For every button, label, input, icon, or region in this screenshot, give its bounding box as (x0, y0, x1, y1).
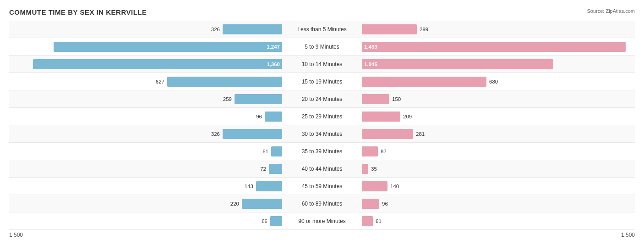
male-value: 627 (156, 79, 164, 84)
bar-left-container: 1,360 (9, 59, 284, 69)
female-value-inside: 1,045 (362, 61, 377, 67)
female-value: 35 (371, 166, 377, 172)
row-label: 40 to 44 Minutes (284, 166, 360, 172)
female-value: 96 (382, 201, 388, 207)
male-bar: 1,360 (33, 59, 282, 69)
bar-right-container: 150 (360, 94, 635, 104)
table-row: 25920 to 24 Minutes150 (9, 90, 635, 108)
female-bar (362, 181, 387, 191)
male-bar (223, 129, 282, 139)
female-bar (362, 24, 417, 34)
table-row: 6135 to 39 Minutes87 (9, 143, 635, 160)
female-bar (362, 112, 400, 122)
bar-left-container: 627 (9, 77, 284, 87)
male-value-inside: 1,247 (267, 44, 282, 50)
female-value-inside: 1,439 (362, 44, 377, 50)
female-bar (362, 77, 486, 87)
female-bar: 1,045 (362, 59, 553, 69)
axis-left-label: 1,500 (9, 232, 23, 238)
male-value: 72 (260, 166, 266, 172)
male-value: 220 (230, 201, 239, 207)
table-row: 22060 to 89 Minutes96 (9, 195, 635, 212)
male-bar (265, 112, 282, 122)
row-label: 10 to 14 Minutes (284, 61, 360, 67)
male-value: 96 (256, 114, 262, 119)
table-row: 14345 to 59 Minutes140 (9, 178, 635, 195)
row-label: 45 to 59 Minutes (284, 183, 360, 190)
bar-left-container: 66 (9, 216, 284, 226)
male-value-inside: 1,360 (267, 61, 282, 67)
bar-right-container: 1,045 (360, 59, 635, 69)
male-bar (269, 164, 282, 174)
male-value: 326 (211, 27, 220, 32)
chart-title: COMMUTE TIME BY SEX IN KERRVILLE (9, 8, 635, 16)
bar-left-container: 61 (9, 146, 284, 156)
bar-left-container: 1,247 (9, 42, 284, 52)
male-bar (270, 216, 282, 226)
table-row: 6690 or more Minutes61 (9, 212, 635, 230)
row-label: 30 to 34 Minutes (284, 131, 360, 137)
bar-right-container: 35 (360, 164, 635, 174)
female-bar (362, 146, 378, 156)
bar-left-container: 72 (9, 164, 284, 174)
female-bar (362, 199, 379, 209)
chart-area: 326Less than 5 Minutes2991,2475 to 9 Min… (9, 21, 635, 230)
bar-left-container: 326 (9, 24, 284, 34)
source-label: Source: ZipAtlas.com (587, 8, 635, 14)
row-label: 90 or more Minutes (284, 218, 360, 224)
female-value: 299 (420, 27, 428, 32)
axis-row: 1,500 1,500 (9, 232, 635, 238)
male-value: 143 (245, 184, 253, 189)
male-bar (256, 181, 282, 191)
row-label: 5 to 9 Minutes (284, 44, 360, 50)
bar-left-container: 259 (9, 94, 284, 104)
male-bar (271, 146, 282, 156)
table-row: 7240 to 44 Minutes35 (9, 160, 635, 178)
male-bar (235, 94, 282, 104)
bar-right-container: 680 (360, 77, 635, 87)
row-label: 20 to 24 Minutes (284, 96, 360, 102)
male-bar (223, 24, 282, 34)
female-value: 87 (381, 149, 387, 154)
bar-right-container: 140 (360, 181, 635, 191)
bar-right-container: 209 (360, 112, 635, 122)
chart-container: COMMUTE TIME BY SEX IN KERRVILLE Source:… (0, 0, 644, 240)
bar-left-container: 143 (9, 181, 284, 191)
axis-right-label: 1,500 (621, 232, 635, 238)
bar-right-container: 87 (360, 146, 635, 156)
female-value: 150 (392, 96, 401, 102)
table-row: 326Less than 5 Minutes299 (9, 21, 635, 38)
female-value: 209 (403, 114, 412, 119)
male-bar (242, 199, 282, 209)
female-value: 281 (416, 131, 425, 137)
row-label: Less than 5 Minutes (284, 26, 360, 33)
male-value: 61 (262, 149, 268, 154)
female-bar (362, 94, 389, 104)
table-row: 1,2475 to 9 Minutes1,439 (9, 38, 635, 56)
bar-right-container: 61 (360, 216, 635, 226)
bar-left-container: 96 (9, 112, 284, 122)
row-label: 35 to 39 Minutes (284, 148, 360, 155)
bar-right-container: 96 (360, 199, 635, 209)
table-row: 9625 to 29 Minutes209 (9, 108, 635, 125)
female-value: 140 (390, 184, 399, 189)
row-label: 60 to 89 Minutes (284, 201, 360, 207)
table-row: 1,36010 to 14 Minutes1,045 (9, 56, 635, 73)
bar-left-container: 220 (9, 199, 284, 209)
female-bar (362, 164, 368, 174)
male-value: 66 (262, 218, 267, 224)
bar-left-container: 326 (9, 129, 284, 139)
female-bar (362, 129, 413, 139)
bar-right-container: 281 (360, 129, 635, 139)
female-value: 680 (489, 79, 498, 84)
row-label: 15 to 19 Minutes (284, 78, 360, 85)
female-bar (362, 216, 373, 226)
male-bar (167, 77, 282, 87)
female-bar: 1,439 (362, 42, 626, 52)
table-row: 32630 to 34 Minutes281 (9, 125, 635, 143)
male-value: 326 (211, 131, 220, 137)
row-label: 25 to 29 Minutes (284, 113, 360, 120)
male-bar: 1,247 (54, 42, 282, 52)
male-value: 259 (223, 96, 232, 102)
female-value: 61 (376, 218, 382, 224)
